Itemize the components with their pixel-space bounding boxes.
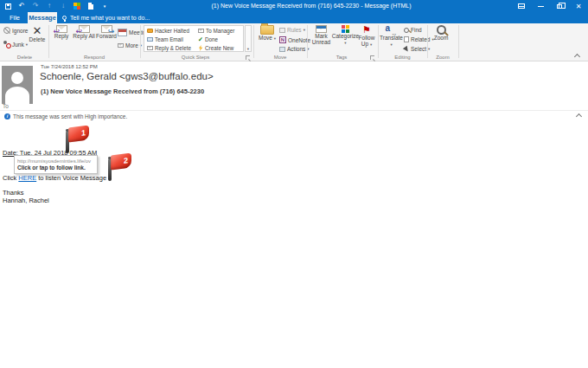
ribbon-tab-row: File Message Tell me what you want to do… (0, 12, 588, 23)
close-button[interactable]: ✕ (569, 0, 588, 12)
outlook-message-window: ↶ ↷ ↑ ↓ ▾ (1) New Voice Message Received… (0, 0, 588, 368)
junk-icon (3, 41, 10, 48)
envelope-icon (147, 46, 153, 50)
reply-button[interactable]: ↩ Reply (50, 25, 73, 40)
flag-banner: 1 (68, 126, 89, 143)
here-link[interactable]: HERE (18, 174, 36, 182)
quick-step-done[interactable]: ✓ Done (198, 36, 218, 42)
to-manager-icon (198, 29, 204, 33)
ribbon: Ignore Junk ▾ ✕ Delete Delete ↩ Reply ↩ … (0, 23, 588, 61)
create-new-icon (198, 45, 203, 51)
rules-button[interactable]: Rules ▾ (279, 27, 305, 33)
tab-file[interactable]: File (3, 12, 26, 23)
forward-button[interactable]: ↪ Forward (95, 25, 118, 40)
quick-step-team-email[interactable]: Team Email (147, 36, 183, 42)
translate-button[interactable]: a ↔ Translate ▾ (380, 25, 402, 48)
quick-step-reply-delete[interactable]: Reply & Delete (147, 45, 191, 51)
document-icon (88, 3, 93, 10)
quick-steps-group: Hacker Halted Team Email Reply & Delete … (142, 23, 252, 61)
related-icon (404, 36, 409, 42)
team-email-icon (147, 37, 153, 42)
importance-text: This message was sent with High importan… (13, 113, 127, 119)
ribbon-display-icon (518, 3, 525, 9)
next-item-button[interactable]: ↓ (59, 1, 67, 11)
group-separator (48, 25, 49, 58)
tags-dialog-launcher[interactable] (370, 55, 374, 60)
message-body: 1 Date: Tue. 24 Jul 2018 09:55 AM http:/… (0, 122, 588, 368)
quick-step-button[interactable] (73, 1, 81, 11)
forward-envelope-icon: ↪ (101, 25, 112, 33)
to-label: To (3, 103, 9, 109)
reply-all-button[interactable]: ↩ Reply All (73, 25, 95, 40)
flag-number: 2 (124, 156, 128, 165)
junk-button[interactable]: Junk ▾ (3, 41, 28, 48)
tooltip-url: http://mumisyosdeminties.life/ov (17, 158, 94, 165)
restore-icon (557, 4, 562, 9)
tell-me-label: Tell me what you want to do... (70, 15, 150, 21)
sender-name[interactable]: Schoenle, Gerald <gws3@buffalo.edu> (40, 71, 214, 81)
info-icon: i (4, 113, 10, 119)
click-here-line: Click HERE to listen Voice Message (3, 174, 106, 182)
group-label-delete: Delete (2, 55, 48, 61)
folder-icon (147, 29, 153, 34)
document-button[interactable] (86, 1, 95, 11)
quick-step-to-manager[interactable]: To Manager (198, 28, 234, 34)
quick-steps-dialog-launcher[interactable] (246, 55, 250, 60)
save-icon (5, 3, 11, 10)
redo-button[interactable]: ↷ (31, 1, 40, 11)
ignore-button[interactable]: Ignore (3, 27, 28, 34)
previous-item-button[interactable]: ↑ (45, 1, 54, 11)
group-label-zoom: Zoom (428, 55, 457, 61)
message-subject: (1) New Voice Message Received from (716… (41, 87, 204, 95)
group-separator (458, 25, 459, 58)
tell-me-box[interactable]: Tell me what you want to do... (62, 12, 150, 23)
undo-button[interactable]: ↶ (17, 1, 26, 11)
zoom-button[interactable]: Zoom (430, 25, 452, 42)
follow-up-button[interactable]: ⚑ Follow Up ▾ (356, 25, 377, 48)
meeting-icon (118, 29, 127, 36)
move-button[interactable]: Move ▾ (256, 25, 278, 42)
group-separator (378, 25, 379, 58)
actions-button[interactable]: Actions ▾ (279, 46, 310, 52)
actions-icon (279, 47, 285, 52)
translate-icon: a ↔ (386, 25, 398, 35)
flag-image-2: 2 (107, 154, 133, 182)
tab-message[interactable]: Message (28, 12, 57, 23)
quick-step-hacker-halted[interactable]: Hacker Halted (147, 28, 189, 34)
delete-button[interactable]: ✕ Delete (26, 25, 48, 43)
sent-time: Tue 7/24/2018 12:52 PM (41, 64, 98, 69)
rules-icon (279, 28, 285, 33)
ribbon-display-options-button[interactable] (512, 0, 531, 12)
collapse-header-button[interactable] (576, 113, 582, 119)
lightbulb-icon (62, 16, 67, 20)
onenote-button[interactable]: N OneNote (279, 36, 310, 43)
group-separator (140, 25, 141, 58)
categorize-button[interactable]: Categorize ▾ (334, 25, 357, 46)
message-header: Tue 7/24/2018 12:52 PM Schoenle, Gerald … (0, 61, 588, 110)
select-cursor-icon (403, 45, 410, 52)
customize-qat-button[interactable]: ▾ (100, 1, 109, 11)
minimize-button[interactable] (531, 0, 550, 12)
thanks-text: Thanks (3, 189, 24, 197)
select-button[interactable]: Select ▾ (404, 46, 430, 52)
find-icon (404, 28, 409, 33)
zoom-icon (437, 25, 446, 35)
find-button[interactable]: Find (404, 27, 422, 33)
window-controls: ✕ (512, 0, 588, 12)
signature-text: Hannah, Rachel (3, 197, 49, 204)
more-icon (118, 43, 124, 48)
quick-access-toolbar: ↶ ↷ ↑ ↓ ▾ (3, 0, 109, 12)
quick-step-create-new[interactable]: Create New (198, 45, 233, 51)
group-label-move: Move (255, 55, 305, 61)
group-label-quick-steps: Quick Steps (142, 55, 249, 61)
save-button[interactable] (3, 1, 12, 11)
collapse-ribbon-button[interactable] (574, 54, 580, 60)
more-respond-button[interactable]: More ▾ (118, 42, 142, 48)
quick-steps-more-button[interactable]: ▾ (245, 25, 252, 52)
mark-unread-button[interactable]: Mark Unread (310, 25, 333, 46)
onenote-icon: N (279, 36, 286, 43)
sender-avatar (2, 66, 33, 104)
restore-button[interactable] (550, 0, 569, 12)
colorful-icon (74, 3, 80, 10)
group-separator (427, 25, 428, 58)
